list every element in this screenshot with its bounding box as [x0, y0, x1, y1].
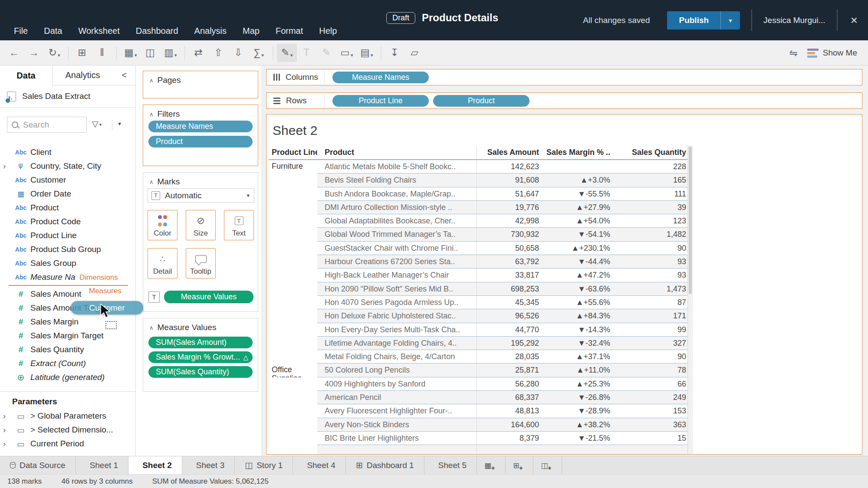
sales-amount-cell[interactable]: 698,253 — [477, 282, 541, 295]
filter-fields-icon[interactable]: ▽▾ — [92, 119, 102, 129]
sales-amount-cell[interactable]: 68,337 — [477, 391, 541, 404]
field-customer[interactable]: › Customer — [0, 173, 135, 187]
sales-amount-cell[interactable]: 25,871 — [477, 364, 541, 377]
table-row[interactable]: Furniture Atlantic Metals Mobile 5-Shelf… — [269, 160, 687, 174]
column-header[interactable]: Sales Quantity — [614, 146, 687, 159]
totals-icon[interactable]: ∑ ▾ — [249, 44, 269, 62]
sales-margin-cell[interactable]: ▼-26.8% — [541, 391, 614, 404]
collapse-caret-icon[interactable]: ∧ — [149, 324, 154, 331]
sort-descending-icon[interactable]: ⇩ — [229, 44, 249, 62]
toolbar-separator[interactable] — [116, 46, 117, 60]
collapse-caret-icon[interactable]: ∧ — [149, 111, 154, 118]
sales-margin-cell[interactable]: ▼-32.4% — [541, 337, 614, 350]
sales-amount-cell[interactable] — [477, 445, 541, 455]
vertical-scrollbar[interactable] — [688, 146, 693, 455]
toolbar-separator[interactable] — [381, 46, 381, 60]
text-button[interactable]: T Text — [224, 210, 254, 240]
sales-quantity-cell[interactable]: 327 — [614, 337, 687, 350]
table-row[interactable]: Avery Non-Stick Binders 164,600 ▲+38.2% … — [269, 418, 687, 432]
detail-button[interactable]: ∴ Detail — [148, 248, 178, 278]
menu-format[interactable]: Format — [276, 26, 303, 36]
mv-pill-sales-amount[interactable]: SUM(Sales Amount) — [148, 337, 253, 348]
expand-chevron-icon[interactable]: › — [0, 439, 11, 449]
highlight-icon[interactable]: ✎ ▾ — [277, 44, 297, 62]
tab-data-source[interactable]: Data Source — [0, 456, 76, 474]
rows-pill-product[interactable]: Product — [433, 95, 529, 107]
new-story-button[interactable] — [533, 456, 562, 474]
product-cell[interactable]: Avery Fluorescent Highlighter Four-.. — [317, 404, 477, 417]
back-icon[interactable]: ← — [4, 44, 24, 62]
sales-quantity-cell[interactable]: 249 — [614, 391, 687, 404]
field-product-sub-group[interactable]: › Product Sub Group — [0, 242, 135, 256]
expand-chevron-icon[interactable]: › — [0, 425, 11, 435]
sales-margin-cell[interactable] — [541, 445, 614, 455]
sales-amount-cell[interactable]: 33,817 — [477, 269, 541, 282]
duplicate-sheet-icon[interactable]: ◫ — [141, 44, 161, 62]
refresh-icon[interactable]: ↻ ▾ — [44, 44, 64, 62]
filter-pill-measure-names[interactable]: Measure Names — [148, 121, 253, 132]
sales-margin-cell[interactable]: ▲+47.2% — [541, 269, 614, 282]
tab-analytics[interactable]: Analytics — [52, 66, 113, 85]
product-cell[interactable]: Global Adaptabilites Bookcase, Cher.. — [317, 214, 477, 227]
toolbar-separator[interactable] — [273, 46, 273, 60]
tab-sheet-4[interactable]: Sheet 4 — [293, 456, 346, 474]
sales-margin-cell[interactable]: ▼-14.3% — [541, 323, 614, 336]
table-row[interactable]: Hon 4070 Series Pagoda Armless Up.. 45,3… — [269, 296, 687, 309]
sales-amount-cell[interactable]: 96,526 — [477, 309, 541, 322]
toolbar-separator[interactable] — [184, 46, 185, 60]
table-row[interactable]: Lifetime Advantage Folding Chairs, 4.. 1… — [269, 337, 687, 350]
field-client[interactable]: › Client — [0, 145, 135, 159]
sales-quantity-cell[interactable]: 171 — [614, 309, 687, 322]
sales-margin-cell[interactable]: ▼-54.1% — [541, 228, 614, 241]
tooltip-button[interactable]: Tooltip — [186, 248, 216, 278]
product-cell[interactable] — [317, 445, 477, 455]
table-row[interactable]: Global Adaptabilites Bookcase, Cher.. 42… — [269, 214, 687, 228]
table-row[interactable]: Hon 2090 “Pillow Soft” Series Mid B.. 69… — [269, 282, 687, 296]
table-row[interactable]: High-Back Leather Manager’s Chair 33,817… — [269, 269, 687, 282]
collapse-pane-icon[interactable]: < — [113, 66, 135, 85]
sales-quantity-cell[interactable]: 66 — [614, 377, 687, 390]
rows-shelf[interactable]: Rows Product LineProduct — [266, 92, 862, 109]
menu-file[interactable]: File — [14, 26, 28, 36]
menu-help[interactable]: Help — [319, 26, 337, 36]
flip-orientation-icon[interactable]: ⇋ — [789, 47, 798, 59]
sales-quantity-cell[interactable]: 93 — [614, 269, 687, 282]
sales-amount-cell[interactable]: 44,770 — [477, 323, 541, 336]
show-me-button[interactable]: Show Me — [807, 48, 857, 58]
toolbar-separator[interactable] — [68, 46, 69, 60]
table-row[interactable]: Hon Every-Day Series Multi-Task Cha.. 44… — [269, 323, 687, 337]
product-cell[interactable]: 4009 Highlighters by Sanford — [317, 377, 477, 390]
field-product[interactable]: › Product — [0, 201, 135, 215]
field-sales-quantity[interactable]: › Sales Quantity — [0, 343, 135, 357]
new-data-source-icon[interactable]: ⊞ — [72, 44, 92, 62]
product-cell[interactable]: Bush Andora Bookcase, Maple/Grap.. — [317, 187, 477, 200]
publish-button[interactable]: Publish ▾ — [667, 11, 740, 29]
sales-margin-cell[interactable]: ▲+38.2% — [541, 418, 614, 431]
columns-pill-measure-names[interactable]: Measure Names — [332, 72, 429, 83]
sales-quantity-cell[interactable]: 99 — [614, 323, 687, 336]
product-cell[interactable]: Avery Non-Stick Binders — [317, 418, 477, 431]
table-row[interactable]: Bush Andora Bookcase, Maple/Grap.. 51,64… — [269, 187, 687, 201]
sales-quantity-cell[interactable]: 363 — [614, 418, 687, 431]
sales-quantity-cell[interactable]: 123 — [614, 214, 687, 227]
product-cell[interactable]: Lifetime Advantage Folding Chairs, 4.. — [317, 337, 477, 350]
new-worksheet-button[interactable] — [477, 456, 506, 474]
columns-shelf[interactable]: Columns Measure Names — [266, 69, 862, 85]
swap-rows-columns-icon[interactable]: ⇄ — [189, 44, 209, 62]
menu-analysis[interactable]: Analysis — [194, 26, 227, 36]
filter-pill-product[interactable]: Product — [148, 136, 253, 147]
sales-margin-cell[interactable]: ▲+27.9% — [541, 201, 614, 214]
datasource-row[interactable]: Sales Data Extract — [0, 85, 135, 108]
pages-card[interactable]: ∧ Pages — [143, 71, 258, 98]
menu-dashboard[interactable]: Dashboard — [136, 26, 178, 36]
field-menu-caret-icon[interactable]: ▾ — [118, 120, 121, 127]
table-row[interactable]: Global Wood Trimmed Manager’s Ta.. 730,9… — [269, 228, 687, 241]
table-row[interactable]: 4009 Highlighters by Sanford 56,280 ▲+25… — [269, 377, 687, 391]
table-row[interactable]: BIC Brite Liner Highlighters 8,379 ▼-21.… — [269, 432, 687, 445]
sales-margin-cell[interactable]: ▼-44.4% — [541, 255, 614, 268]
product-cell[interactable]: High-Back Leather Manager’s Chair — [317, 269, 477, 282]
sales-amount-cell[interactable]: 48,813 — [477, 404, 541, 417]
sales-quantity-cell[interactable]: 1,473 — [614, 282, 687, 295]
product-cell[interactable]: GuestStacker Chair with Chrome Fini.. — [317, 242, 477, 255]
field-product-line[interactable]: › Product Line — [0, 229, 135, 242]
